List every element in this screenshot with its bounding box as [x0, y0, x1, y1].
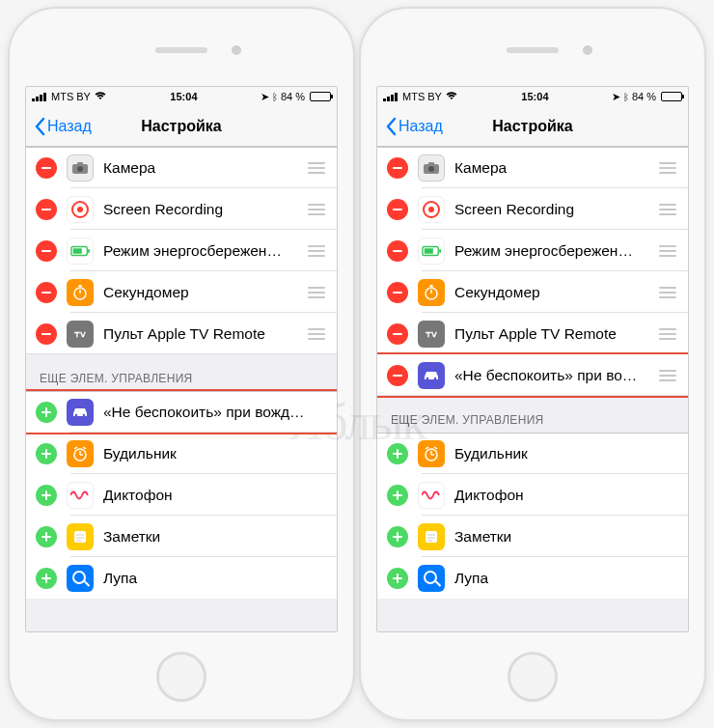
remove-icon[interactable] — [36, 240, 57, 262]
svg-rect-5 — [88, 249, 90, 253]
row-label: Режим энергосбережен… — [103, 242, 306, 260]
screen-left: MTS BY 15:04 ➤ ᛒ 84 % Назад Настройка — [25, 86, 338, 632]
drag-handle-icon[interactable] — [306, 245, 327, 257]
row-label: «Не беспокоить» при во… — [454, 367, 657, 384]
row-stopwatch[interactable]: Секундомер — [26, 271, 337, 313]
row-label: Screen Recording — [103, 201, 306, 218]
add-icon[interactable] — [387, 526, 408, 547]
add-icon[interactable] — [387, 485, 408, 506]
remove-icon[interactable] — [36, 323, 57, 345]
svg-point-29 — [426, 377, 429, 379]
remove-icon[interactable] — [387, 199, 408, 220]
home-button[interactable] — [156, 652, 206, 702]
remove-icon[interactable] — [36, 157, 57, 179]
voice-memo-icon — [418, 482, 445, 509]
row-label: Пульт Apple TV Remote — [454, 325, 657, 343]
phone-right: MTS BY 15:04 ➤ ᛒ 84 % Назад Настройка — [359, 7, 706, 721]
chevron-left-icon — [34, 117, 45, 136]
row-screen-recording[interactable]: Screen Recording — [377, 188, 688, 230]
row-voice-memo[interactable]: Диктофон — [26, 474, 337, 516]
row-apple-tv[interactable]: ᴛᴠ Пульт Apple TV Remote — [26, 313, 337, 354]
camera-icon — [67, 154, 94, 182]
remove-icon[interactable] — [36, 199, 57, 220]
camera-icon — [418, 154, 445, 182]
drag-handle-icon[interactable] — [657, 245, 678, 257]
svg-rect-24 — [425, 248, 433, 253]
add-icon[interactable] — [387, 443, 408, 464]
drag-handle-icon[interactable] — [657, 370, 678, 381]
svg-rect-27 — [430, 285, 433, 287]
alarm-icon — [418, 440, 445, 467]
row-label: Секундомер — [103, 284, 306, 301]
row-magnifier[interactable]: Лупа — [377, 557, 688, 599]
svg-point-30 — [434, 377, 437, 379]
row-label: Лупа — [454, 570, 678, 587]
wifi-icon — [445, 90, 458, 103]
apple-tv-icon: ᴛᴠ — [67, 321, 94, 348]
drag-handle-icon[interactable] — [657, 287, 678, 298]
add-icon[interactable] — [387, 568, 408, 589]
svg-rect-4 — [73, 248, 82, 253]
remove-icon[interactable] — [387, 282, 408, 303]
row-notes[interactable]: Заметки — [377, 516, 688, 557]
drag-handle-icon[interactable] — [657, 204, 678, 215]
row-stopwatch[interactable]: Секундомер — [377, 271, 688, 313]
row-alarm[interactable]: Будильник — [26, 433, 337, 474]
svg-point-10 — [83, 414, 86, 417]
row-label: Будильник — [103, 445, 327, 462]
wifi-icon — [94, 90, 107, 103]
row-camera[interactable]: Камера — [377, 147, 688, 188]
list-area[interactable]: Камера Screen Recording Режим энергосбер… — [26, 147, 337, 631]
notes-icon — [418, 523, 445, 550]
drag-handle-icon[interactable] — [657, 328, 678, 340]
drag-handle-icon[interactable] — [306, 204, 327, 215]
location-icon: ➤ — [612, 91, 620, 103]
status-time: 15:04 — [170, 91, 197, 102]
location-icon: ➤ — [261, 91, 269, 103]
row-voice-memo[interactable]: Диктофон — [377, 474, 688, 516]
screen-right: MTS BY 15:04 ➤ ᛒ 84 % Назад Настройка — [376, 86, 689, 632]
nav-bar: Назад Настройка — [377, 106, 688, 147]
drag-handle-icon[interactable] — [306, 287, 327, 298]
remove-icon[interactable] — [387, 365, 408, 386]
add-icon[interactable] — [36, 526, 57, 547]
row-apple-tv[interactable]: ᴛᴠ Пульт Apple TV Remote — [377, 313, 688, 354]
row-label: Диктофон — [454, 487, 678, 504]
carrier-label: MTS BY — [51, 91, 91, 102]
row-notes[interactable]: Заметки — [26, 516, 337, 557]
home-button[interactable] — [508, 652, 558, 702]
row-dnd-driving[interactable]: «Не беспокоить» при вожд… — [26, 391, 337, 433]
row-dnd-driving[interactable]: «Не беспокоить» при во… — [377, 354, 688, 396]
row-magnifier[interactable]: Лупа — [26, 557, 337, 599]
drag-handle-icon[interactable] — [306, 162, 327, 174]
row-low-power[interactable]: Режим энергосбережен… — [377, 230, 688, 271]
back-button[interactable]: Назад — [385, 117, 443, 136]
row-camera[interactable]: Камера — [26, 147, 337, 188]
row-alarm[interactable]: Будильник — [377, 433, 688, 474]
magnifier-icon — [418, 565, 445, 592]
car-icon — [418, 362, 445, 389]
add-icon[interactable] — [36, 485, 57, 506]
row-low-power[interactable]: Режим энергосбережен… — [26, 230, 337, 271]
add-icon[interactable] — [36, 568, 57, 589]
low-power-icon — [418, 238, 445, 265]
svg-line-35 — [434, 447, 437, 449]
add-icon[interactable] — [36, 443, 57, 464]
status-time: 15:04 — [521, 91, 548, 102]
svg-rect-25 — [439, 249, 441, 253]
list-area[interactable]: Камера Screen Recording Режим энергосбер… — [377, 147, 688, 631]
drag-handle-icon[interactable] — [306, 328, 327, 340]
remove-icon[interactable] — [387, 157, 408, 179]
remove-icon[interactable] — [36, 282, 57, 303]
row-label: Режим энергосбережен… — [454, 242, 657, 260]
section-header-more: ЕЩЕ ЭЛЕМ. УПРАВЛЕНИЯ — [26, 354, 337, 391]
add-icon[interactable] — [36, 402, 57, 423]
drag-handle-icon[interactable] — [657, 162, 678, 174]
notes-icon — [67, 523, 94, 550]
row-screen-recording[interactable]: Screen Recording — [26, 188, 337, 230]
svg-line-15 — [83, 447, 86, 449]
remove-icon[interactable] — [387, 323, 408, 345]
remove-icon[interactable] — [387, 240, 408, 262]
front-camera — [232, 45, 241, 55]
back-button[interactable]: Назад — [34, 117, 92, 136]
